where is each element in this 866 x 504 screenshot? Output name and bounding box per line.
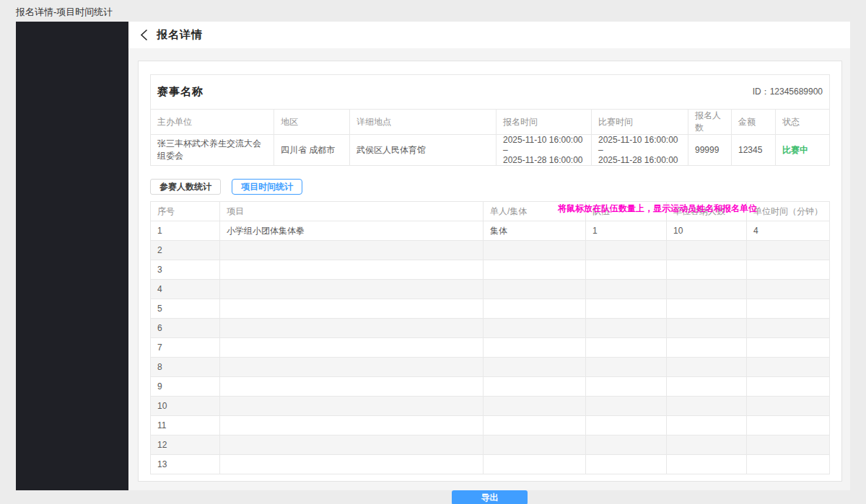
project-table-row: 6 [151, 319, 830, 338]
project-table-row: 11 [151, 416, 830, 436]
project-table-cell: 5 [151, 299, 220, 319]
project-table-cell [484, 455, 586, 474]
project-table-cell: 12 [151, 436, 220, 455]
project-table-cell [484, 397, 586, 416]
project-table-cell [586, 397, 667, 416]
project-table-row: 8 [151, 358, 830, 377]
project-table-cell [586, 416, 667, 436]
project-table-cell [667, 455, 747, 474]
event-id: ID：12345689900 [753, 86, 823, 98]
project-time-table: 序号项目单人/集体队伍单位容纳人数单位时间（分钟） 1小学组小团体集体拳集体11… [150, 201, 830, 474]
back-chevron-icon[interactable] [139, 29, 149, 41]
project-table-cell [220, 377, 484, 397]
tab-participant-count-stats[interactable]: 参赛人数统计 [150, 179, 221, 195]
project-table-cell [667, 436, 747, 455]
project-table-cell [586, 280, 667, 299]
page-header: 报名详情 [128, 22, 850, 48]
project-table-cell [667, 416, 747, 436]
project-table-cell: 10 [151, 397, 220, 416]
stat-tabs: 参赛人数统计 项目时间统计 [150, 179, 828, 195]
event-column-header: 状态 [776, 110, 830, 135]
project-column-header: 队伍 [586, 202, 667, 221]
project-table-row: 12 [151, 436, 830, 455]
project-table-cell [667, 260, 747, 280]
project-table-cell [220, 455, 484, 474]
project-table-cell [667, 358, 747, 377]
project-table-cell [484, 260, 586, 280]
project-column-header: 单人/集体 [484, 202, 586, 221]
tab-project-time-stats[interactable]: 项目时间统计 [232, 179, 302, 195]
event-table-cell: 2025-11-10 16:00:00 – 2025-11-28 16:00:0… [497, 135, 592, 166]
event-table-cell: 12345 [732, 135, 776, 166]
event-column-header: 主办单位 [151, 110, 274, 135]
project-table-cell: 3 [151, 260, 220, 280]
project-table-cell [484, 338, 586, 358]
project-table-row: 9 [151, 377, 830, 397]
event-table-cell: 2025-11-10 16:00:00 – 2025-11-28 16:00:0… [592, 135, 688, 166]
event-detail-card: 赛事名称 ID：12345689900 主办单位地区详细地点报名时间比赛时间报名… [138, 61, 842, 482]
project-table-cell [747, 299, 830, 319]
team-count-cell[interactable]: 1 [586, 221, 667, 241]
event-column-header: 报名时间 [497, 110, 592, 135]
project-table-header-row: 序号项目单人/集体队伍单位容纳人数单位时间（分钟） [151, 202, 830, 221]
project-table-cell [747, 377, 830, 397]
project-table-row: 3 [151, 260, 830, 280]
project-table-row: 1小学组小团体集体拳集体1104 [151, 221, 830, 241]
project-table-cell [667, 299, 747, 319]
project-table-cell [747, 416, 830, 436]
project-table-row: 5 [151, 299, 830, 319]
project-table-row: 10 [151, 397, 830, 416]
sidebar [16, 22, 128, 490]
project-table-cell [586, 260, 667, 280]
project-table-cell [586, 338, 667, 358]
project-table-cell [747, 319, 830, 338]
project-table-row: 13 [151, 455, 830, 474]
project-table-cell: 4 [747, 221, 830, 241]
event-name-title: 赛事名称 [157, 85, 204, 99]
project-table-cell [667, 338, 747, 358]
event-id-value: 12345689900 [770, 87, 823, 97]
project-column-header: 项目 [220, 202, 484, 221]
project-table-cell: 11 [151, 416, 220, 436]
project-table-cell [667, 319, 747, 338]
project-table-cell [586, 455, 667, 474]
project-table-cell [747, 455, 830, 474]
event-column-header: 详细地点 [350, 110, 497, 135]
project-table-row: 2 [151, 241, 830, 260]
event-table-cell: 四川省 成都市 [274, 135, 350, 166]
project-table-cell: 小学组小团体集体拳 [220, 221, 484, 241]
project-table-cell: 2 [151, 241, 220, 260]
project-table-cell [220, 260, 484, 280]
project-table-cell [484, 358, 586, 377]
project-table-cell [586, 436, 667, 455]
project-table-cell [747, 436, 830, 455]
event-table-cell: 武侯区人民体育馆 [350, 135, 497, 166]
project-table-cell [667, 241, 747, 260]
project-table-cell: 6 [151, 319, 220, 338]
event-table-data-row: 张三丰杯武术养生交流大会组委会四川省 成都市武侯区人民体育馆2025-11-10… [151, 135, 830, 166]
project-table-cell: 10 [667, 221, 747, 241]
project-table-cell: 集体 [484, 221, 586, 241]
project-table-cell: 8 [151, 358, 220, 377]
project-table-cell [484, 416, 586, 436]
project-table-cell [747, 397, 830, 416]
event-column-header: 比赛时间 [592, 110, 688, 135]
export-button[interactable]: 导出 [452, 490, 528, 504]
project-table-cell [747, 280, 830, 299]
event-id-label: ID： [753, 87, 770, 97]
project-table-cell [220, 397, 484, 416]
project-table-cell: 9 [151, 377, 220, 397]
event-status-badge: 比赛中 [776, 135, 830, 166]
event-table-header-row: 主办单位地区详细地点报名时间比赛时间报名人数金额状态 [151, 110, 830, 135]
project-table-cell [484, 436, 586, 455]
project-table-cell [220, 358, 484, 377]
project-table-cell [220, 338, 484, 358]
export-row: 导出 [150, 490, 829, 504]
project-table-row: 4 [151, 280, 830, 299]
project-table-cell [484, 299, 586, 319]
project-table-cell [220, 319, 484, 338]
project-table-cell: 1 [151, 221, 220, 241]
project-table-cell [220, 436, 484, 455]
event-column-header: 金额 [732, 110, 776, 135]
project-table-cell [586, 377, 667, 397]
